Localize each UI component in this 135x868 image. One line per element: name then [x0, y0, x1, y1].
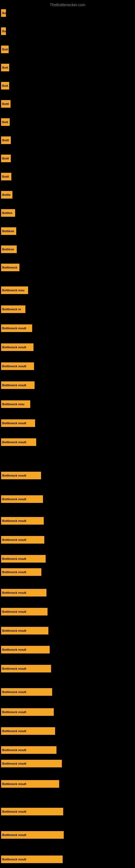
bar-item: Bottleneck result [1, 324, 32, 332]
bar-item: Bottlen [1, 209, 15, 217]
bar-row: Bott [0, 80, 135, 91]
bar-item: Bottleneck result [1, 727, 55, 735]
bar-row: Bottleneck result [0, 587, 135, 598]
bar-item: Bottleneck result [1, 495, 43, 503]
bar-row: Bottleneck result [0, 644, 135, 655]
bar-item: Bottl [1, 100, 10, 108]
bar-row: Bo [0, 26, 135, 37]
bar-row: Bottleneck result [0, 342, 135, 352]
bar-row: Bottleneck result [0, 553, 135, 564]
bar-item: Bottleneck [1, 264, 19, 271]
bar-row: Bottleneck result [0, 361, 135, 372]
bar-item: Bottleneck result [1, 780, 59, 788]
bar-row: Bottl [0, 153, 135, 164]
bar-item: Bottleneck result [1, 472, 41, 479]
bar-item: Bottlene [1, 246, 17, 253]
bar-item: Bottl [1, 155, 11, 162]
bar-item: Bottleneck result [1, 608, 48, 616]
bar-row: Bottl [0, 171, 135, 182]
bar-item: Bottleneck result [1, 517, 44, 525]
bar-item: Bo [1, 9, 6, 17]
bar-item: Bottleneck result [1, 708, 54, 716]
bar-row: Bottleneck result [0, 567, 135, 578]
bar-item: Bottleneck result [1, 646, 50, 653]
bar-row: Bottleneck result [0, 606, 135, 617]
bar-item: Bott [1, 82, 9, 90]
bar-item: Bottleneck result [1, 438, 36, 446]
bar-row: Bottleneck result [0, 437, 135, 447]
bar-row: Bottleneck result [0, 778, 135, 789]
bar-row: Bottl [0, 135, 135, 146]
bar-item: Bottl [1, 173, 11, 180]
bar-item: Bottleneck resu [1, 286, 28, 294]
bar-item: Bottl [1, 136, 11, 144]
bar-row: Bottleneck result [0, 854, 135, 865]
bar-item: Bottleneck result [1, 536, 44, 544]
bar-item: Bottleneck result [1, 555, 46, 563]
bar-row: Bo [0, 8, 135, 19]
bar-item: Bottleneck result [1, 808, 63, 815]
bar-row: Bottl [0, 98, 135, 109]
bar-row: Bott [0, 44, 135, 55]
bar-row: Bott [0, 117, 135, 127]
bar-row: Bottleneck result [0, 418, 135, 429]
bar-row: Bottleneck result [0, 323, 135, 334]
bar-row: Bottleneck result [0, 625, 135, 636]
bar-row: Bottleneck resu [0, 399, 135, 410]
bar-item: Bott [1, 64, 9, 71]
bar-item: Bottleneck result [1, 688, 52, 696]
bar-row: Bottleneck result [0, 707, 135, 717]
bar-row: Bottleneck result [0, 663, 135, 674]
bar-row: Bottleneck result [0, 806, 135, 817]
bar-item: Bottleneck result [1, 760, 62, 767]
bar-row: Bottleneck re [0, 304, 135, 315]
bar-row: Bottleneck result [0, 380, 135, 391]
bar-row: Bottleneck result [0, 830, 135, 840]
bar-item: Bottleneck result [1, 831, 64, 839]
bar-item: Bottleneck result [1, 420, 35, 427]
site-title: TheBottlenecker.com [0, 1, 135, 8]
bar-row: Bottleneck result [0, 494, 135, 504]
bar-item: Bottleneck result [1, 856, 63, 863]
bar-row: Bottlene [0, 244, 135, 255]
bar-row: Bottleneck result [0, 516, 135, 526]
bar-item: Bottleneck resu [1, 400, 30, 408]
bar-row: Bottlen [0, 208, 135, 218]
bar-row: Bottleneck result [0, 758, 135, 769]
bar-item: Bo [1, 27, 6, 35]
bar-item: Bottleneck re [1, 305, 26, 313]
bar-item: Bottleneck result [1, 568, 41, 576]
bar-item: Bottleneck result [1, 627, 48, 634]
bar-row: Bottleneck result [0, 745, 135, 755]
bar-row: Bottle [0, 189, 135, 200]
bar-item: Bottleneck result [1, 343, 34, 351]
bar-row: Bottleneck result [0, 470, 135, 481]
bar-item: Bottleneck result [1, 746, 56, 754]
bar-item: Bottle [1, 191, 12, 198]
bar-item: Bottleneck result [1, 589, 46, 596]
bar-item: Bottleneck result [1, 381, 35, 389]
bar-item: Bott [1, 45, 9, 53]
bar-row: Bottleneck result [0, 534, 135, 545]
bar-item: Bottlene [1, 227, 16, 235]
bar-row: Bottleneck result [0, 725, 135, 737]
bar-row: Bottleneck result [0, 686, 135, 698]
bar-row: Bottlene [0, 226, 135, 237]
bar-item: Bott [1, 118, 10, 126]
bar-row: Bottleneck resu [0, 285, 135, 296]
bar-row: Bott [0, 62, 135, 73]
bar-item: Bottleneck result [1, 362, 34, 370]
bar-item: Bottleneck result [1, 665, 51, 673]
bar-row: Bottleneck [0, 262, 135, 273]
